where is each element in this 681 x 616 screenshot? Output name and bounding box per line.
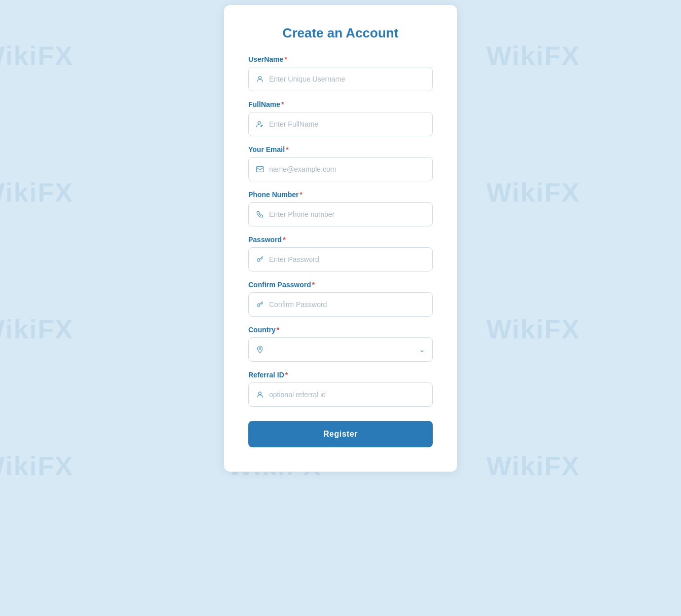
confirm-password-label: Confirm Password* — [248, 281, 433, 289]
phone-icon — [256, 210, 264, 218]
watermark: WikiFX — [486, 41, 580, 71]
password-field-group: Password* — [248, 236, 433, 272]
confirm-password-field-group: Confirm Password* — [248, 281, 433, 317]
svg-point-1 — [258, 122, 260, 124]
referral-label: Referral ID* — [248, 371, 433, 379]
watermark: WikiFX — [0, 41, 73, 71]
user-edit-icon — [256, 120, 264, 128]
watermark: WikiFX — [0, 451, 73, 481]
svg-point-6 — [258, 392, 261, 395]
svg-rect-2 — [256, 167, 263, 172]
mail-icon — [256, 165, 264, 173]
email-input[interactable] — [269, 158, 425, 181]
country-select-wrapper: United States United Kingdom Canada Aust… — [248, 337, 433, 362]
username-input[interactable] — [269, 67, 425, 91]
fullname-input[interactable] — [269, 112, 425, 136]
country-label: Country* — [248, 326, 433, 334]
watermark: WikiFX — [486, 314, 580, 344]
required-marker: * — [283, 236, 285, 244]
fullname-input-wrapper — [248, 112, 433, 136]
watermark: WikiFX — [0, 314, 73, 344]
required-marker: * — [281, 100, 284, 108]
svg-point-5 — [259, 348, 260, 349]
required-marker: * — [312, 281, 315, 289]
confirm-password-input[interactable] — [269, 293, 425, 316]
required-marker: * — [300, 190, 302, 199]
username-label: UserName* — [248, 55, 433, 63]
password-input-wrapper — [248, 247, 433, 272]
confirm-password-input-wrapper — [248, 292, 433, 317]
watermark: WikiFX — [486, 177, 580, 208]
password-label: Password* — [248, 236, 433, 244]
required-marker: * — [286, 145, 288, 153]
chevron-down-icon: ⌄ — [419, 345, 425, 354]
key-icon-2 — [256, 300, 264, 309]
referral-field-group: Referral ID* — [248, 371, 433, 407]
user-icon — [256, 75, 264, 83]
watermark: WikiFX — [0, 177, 73, 208]
referral-input-wrapper — [248, 382, 433, 407]
svg-point-4 — [257, 304, 260, 306]
watermark: WikiFX — [486, 451, 580, 481]
phone-field-group: Phone Number* — [248, 190, 433, 226]
referral-user-icon — [256, 391, 264, 399]
required-marker: * — [277, 326, 279, 334]
username-input-wrapper — [248, 67, 433, 91]
phone-input[interactable] — [269, 203, 425, 226]
required-marker: * — [284, 55, 287, 63]
registration-card: Create an Account UserName* FullName* Yo… — [224, 5, 457, 472]
fullname-field-group: FullName* — [248, 100, 433, 136]
page-title: Create an Account — [248, 25, 433, 41]
fullname-label: FullName* — [248, 100, 433, 108]
register-button[interactable]: Register — [248, 421, 433, 447]
svg-point-0 — [258, 76, 261, 79]
country-select[interactable]: United States United Kingdom Canada Aust… — [269, 338, 416, 361]
password-input[interactable] — [269, 248, 425, 271]
phone-input-wrapper — [248, 202, 433, 226]
email-field-group: Your Email* — [248, 145, 433, 181]
required-marker: * — [285, 371, 288, 379]
phone-label: Phone Number* — [248, 190, 433, 199]
email-label: Your Email* — [248, 145, 433, 153]
country-field-group: Country* United States United Kingdom Ca… — [248, 326, 433, 362]
referral-input[interactable] — [269, 383, 425, 406]
username-field-group: UserName* — [248, 55, 433, 91]
svg-point-3 — [257, 259, 260, 261]
key-icon — [256, 255, 264, 263]
email-input-wrapper — [248, 157, 433, 181]
location-pin-icon — [256, 345, 264, 354]
